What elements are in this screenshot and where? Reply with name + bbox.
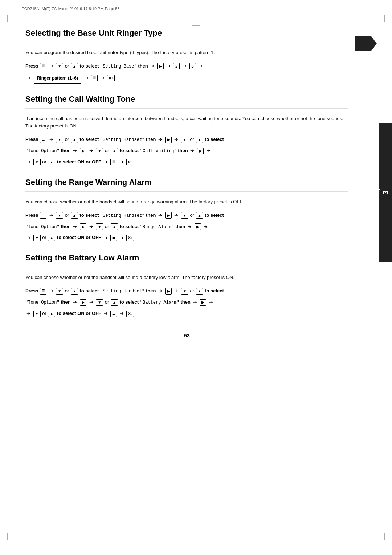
menu-cw-2: ☰ (110, 159, 117, 165)
or-rw-1: or (65, 212, 70, 218)
up-cw-2: ▲ (196, 137, 203, 143)
right-rw: ▶ (165, 212, 172, 219)
arrow-4: ➔ (183, 62, 187, 71)
arr-cw-4: ➔ (73, 146, 77, 155)
arrow-6: ➔ (26, 74, 30, 83)
section-range-warning: Setting the Range Warning Alarm You can … (25, 178, 348, 243)
desc-battery-low: You can choose whether or not the handse… (25, 274, 348, 281)
down-bl: ▼ (56, 288, 63, 295)
setting-handset-rw: "Setting Handset" (100, 213, 144, 218)
menu-rw: ☰ (40, 212, 46, 219)
arr-cw-7: ➔ (207, 146, 211, 155)
right-bl: ▶ (165, 288, 172, 295)
then-rw-3: then (175, 224, 187, 229)
or-cw-1: or (65, 137, 70, 142)
down-rw: ▼ (56, 212, 63, 219)
or-rw-2: or (190, 212, 195, 218)
arrow-3: ➔ (167, 62, 171, 71)
num-3-icon: 3 (189, 63, 196, 69)
arr-bl-10: ➔ (120, 309, 124, 318)
heading-battery-low: Setting the Battery Low Alarm (25, 253, 348, 263)
file-info: TCD715NLM(E)-7Advance2* 01.9.17 8:19 PM … (22, 7, 120, 11)
tone-option-rw: "Tone Option" (25, 224, 60, 230)
to-sel-bl-3: to select (119, 299, 140, 305)
page-number: 53 (25, 333, 348, 346)
heading-range-warning: Setting the Range Warning Alarm (25, 178, 348, 187)
instruction-cw-2: "Tone Option" then ➔ ▶ ➔ ▼ or ▲ to selec… (25, 146, 348, 155)
separator-1 (25, 42, 348, 42)
arrow-2: ➔ (150, 62, 154, 71)
section-battery-low: Setting the Battery Low Alarm You can ch… (25, 253, 348, 318)
arr-cw-8: ➔ (26, 158, 30, 167)
menu-bl: ☰ (40, 288, 46, 295)
down-bl-3: ▼ (96, 299, 103, 306)
arr-bl-7: ➔ (209, 298, 213, 307)
to-sel-rw-2: to select (205, 212, 224, 218)
or-bl-3: or (105, 299, 110, 305)
crop-mark-br (377, 533, 385, 540)
chapter-title-text: Advanced Operations (376, 170, 380, 215)
instruction-bl-2: "Tone Option" then ➔ ▶ ➔ ▼ or ▲ to selec… (25, 298, 348, 307)
or-cw-4: or (42, 159, 48, 165)
to-sel-onoff-rw: to select ON or OFF (57, 235, 101, 240)
arr-bl-4: ➔ (73, 298, 77, 307)
up-bl: ▲ (71, 288, 78, 295)
up-rw-4: ▲ (48, 235, 55, 241)
setting-handset-bl: "Setting Handset" (100, 289, 144, 294)
range-alarm-text: "Range Alarm" (140, 224, 174, 230)
crop-mark-tr (377, 15, 385, 22)
arr-cw-1: ➔ (49, 135, 53, 144)
then-cw-2: then (61, 148, 72, 153)
or-cw-3: or (105, 148, 110, 153)
end-cw: ✕○ (126, 159, 134, 165)
menu-rw-2: ☰ (110, 235, 117, 241)
page-header: TCD715NLM(E)-7Advance2* 01.9.17 8:19 PM … (0, 0, 392, 14)
end-bl: ✕○ (126, 311, 134, 317)
to-sel-bl: to select (80, 288, 100, 293)
arr-bl-5: ➔ (89, 298, 93, 307)
down-cw-4: ▼ (33, 159, 41, 165)
arr-cw-5: ➔ (89, 146, 93, 155)
press-label: Press (25, 63, 38, 69)
arr-bl-6: ➔ (193, 298, 197, 307)
or-text-1: or (65, 63, 70, 69)
arr-cw-9: ➔ (104, 158, 108, 167)
chapter-tab: Advanced Operations 3 Chapter (379, 123, 392, 262)
up-cw-4: ▲ (48, 159, 55, 165)
then-bl-3: then (180, 299, 192, 305)
then-label: then (138, 63, 149, 69)
instruction-bl-1: Press ☰ ➔ ▼ or ▲ to select "Setting Hand… (25, 287, 348, 296)
arr-bl-8: ➔ (26, 309, 30, 318)
arr-bl-1: ➔ (49, 287, 53, 296)
page-num-text: 53 (184, 333, 190, 339)
menu-bl-2: ☰ (110, 311, 117, 317)
instruction-rw-1: Press ☰ ➔ ▼ or ▲ to select "Setting Hand… (25, 211, 348, 220)
instruction-base-ringer-2: ➔ Ringer pattern (1–6) ➔ ☰ ➔ ✕○ (25, 73, 348, 84)
down-cw-2: ▼ (181, 137, 188, 143)
or-cw-2: or (190, 137, 195, 142)
instruction-cw-1: Press ☰ ➔ ▼ or ▲ to select "Setting Hand… (25, 135, 348, 144)
to-sel-cw-2: to select (205, 137, 224, 142)
arr-rw-7: ➔ (204, 222, 208, 231)
to-sel-onoff-bl: to select ON or OFF (57, 311, 101, 316)
desc-range-warning: You can choose whether or not the handse… (25, 198, 348, 206)
call-waiting-text: "Call Waiting" (140, 149, 177, 154)
chapter-number: 3 (381, 190, 390, 194)
tone-option-cw: "Tone Option" (25, 149, 60, 154)
to-sel-rw-3: to select (119, 224, 140, 229)
up-bl-2: ▲ (196, 288, 203, 295)
arrow-8: ➔ (101, 74, 105, 83)
arr-cw-3: ➔ (174, 135, 178, 144)
to-sel-cw: to select (80, 137, 100, 142)
then-rw-2: then (61, 224, 72, 229)
instruction-cw-3: ➔ ▼ or ▲ to select ON or OFF ➔ ☰ ➔ ✕○ (25, 158, 348, 167)
right-cw-2: ▶ (80, 148, 86, 154)
crop-mark-tl (7, 15, 15, 22)
battery-alarm-text: "Battery Alarm" (140, 300, 179, 305)
arr-rw-9: ➔ (104, 234, 108, 243)
down-rw-3: ▼ (96, 223, 103, 230)
then-rw: then (146, 212, 157, 218)
menu-icon-2: ☰ (91, 75, 98, 81)
ringer-pattern-box: Ringer pattern (1–6) (34, 73, 81, 84)
to-sel-cw-3: to select (119, 148, 140, 153)
